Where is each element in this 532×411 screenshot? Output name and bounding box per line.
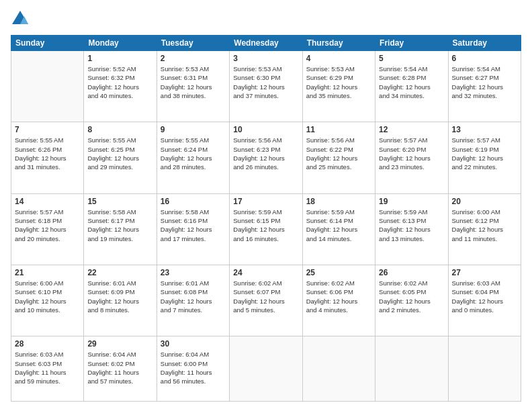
day-info: Sunrise: 5:58 AMSunset: 6:17 PMDaylight:…	[87, 208, 152, 243]
day-number: 7	[15, 125, 80, 134]
calendar-cell: 13Sunrise: 5:57 AMSunset: 6:19 PMDayligh…	[448, 122, 521, 193]
day-number: 18	[306, 197, 371, 206]
day-number: 2	[161, 54, 226, 63]
calendar-cell: 17Sunrise: 5:59 AMSunset: 6:15 PMDayligh…	[230, 193, 302, 265]
calendar-cell: 25Sunrise: 6:02 AMSunset: 6:06 PMDayligh…	[302, 265, 375, 336]
day-info: Sunrise: 5:55 AMSunset: 6:25 PMDaylight:…	[87, 136, 152, 171]
day-number: 28	[15, 339, 80, 349]
calendar-cell: 9Sunrise: 5:55 AMSunset: 6:24 PMDaylight…	[157, 122, 229, 193]
calendar-cell: 11Sunrise: 5:56 AMSunset: 6:22 PMDayligh…	[302, 122, 375, 193]
calendar-cell: 15Sunrise: 5:58 AMSunset: 6:17 PMDayligh…	[84, 193, 157, 265]
day-info: Sunrise: 5:59 AMSunset: 6:13 PMDaylight:…	[379, 208, 444, 243]
calendar-cell	[375, 336, 448, 402]
day-info: Sunrise: 5:56 AMSunset: 6:22 PMDaylight:…	[306, 136, 371, 171]
calendar-cell: 3Sunrise: 5:53 AMSunset: 6:30 PMDaylight…	[230, 51, 302, 122]
calendar-header: SundayMondayTuesdayWednesdayThursdayFrid…	[11, 36, 521, 51]
day-number: 16	[161, 197, 226, 206]
logo-icon	[11, 9, 30, 28]
day-info: Sunrise: 5:58 AMSunset: 6:16 PMDaylight:…	[161, 208, 226, 243]
day-number: 12	[379, 125, 444, 134]
day-info: Sunrise: 6:04 AMSunset: 6:02 PMDaylight:…	[87, 350, 152, 385]
day-number: 20	[452, 197, 517, 206]
day-info: Sunrise: 6:02 AMSunset: 6:05 PMDaylight:…	[379, 279, 444, 314]
calendar-week: 14Sunrise: 5:57 AMSunset: 6:18 PMDayligh…	[11, 193, 521, 265]
day-info: Sunrise: 6:02 AMSunset: 6:06 PMDaylight:…	[306, 279, 371, 314]
day-number: 5	[379, 54, 444, 63]
calendar-cell: 8Sunrise: 5:55 AMSunset: 6:25 PMDaylight…	[84, 122, 157, 193]
calendar-cell	[230, 336, 302, 402]
weekday-header: Saturday	[448, 36, 521, 51]
day-number: 6	[452, 54, 517, 63]
day-info: Sunrise: 5:53 AMSunset: 6:29 PMDaylight:…	[306, 64, 371, 100]
day-info: Sunrise: 5:55 AMSunset: 6:26 PMDaylight:…	[15, 136, 80, 171]
calendar-cell: 22Sunrise: 6:01 AMSunset: 6:09 PMDayligh…	[84, 265, 157, 336]
calendar-cell: 1Sunrise: 5:52 AMSunset: 6:32 PMDaylight…	[84, 51, 157, 122]
calendar-cell: 14Sunrise: 5:57 AMSunset: 6:18 PMDayligh…	[11, 193, 84, 265]
calendar-cell: 27Sunrise: 6:03 AMSunset: 6:04 PMDayligh…	[448, 265, 521, 336]
calendar-cell	[11, 51, 84, 122]
calendar-cell	[448, 336, 521, 402]
day-info: Sunrise: 5:56 AMSunset: 6:23 PMDaylight:…	[233, 136, 298, 171]
day-info: Sunrise: 5:57 AMSunset: 6:20 PMDaylight:…	[379, 136, 444, 171]
calendar-cell: 18Sunrise: 5:59 AMSunset: 6:14 PMDayligh…	[302, 193, 375, 265]
day-number: 25	[306, 268, 371, 277]
header	[11, 9, 521, 28]
day-info: Sunrise: 5:59 AMSunset: 6:15 PMDaylight:…	[233, 208, 298, 243]
day-number: 3	[233, 54, 298, 63]
day-info: Sunrise: 5:53 AMSunset: 6:30 PMDaylight:…	[233, 64, 298, 100]
day-number: 14	[15, 197, 80, 206]
calendar-cell: 29Sunrise: 6:04 AMSunset: 6:02 PMDayligh…	[84, 336, 157, 402]
day-info: Sunrise: 6:01 AMSunset: 6:08 PMDaylight:…	[161, 279, 226, 314]
day-number: 15	[87, 197, 152, 206]
calendar-cell: 23Sunrise: 6:01 AMSunset: 6:08 PMDayligh…	[157, 265, 229, 336]
day-number: 8	[87, 125, 152, 134]
weekday-header: Friday	[375, 36, 448, 51]
calendar-week: 28Sunrise: 6:03 AMSunset: 6:03 PMDayligh…	[11, 336, 521, 402]
calendar-week: 7Sunrise: 5:55 AMSunset: 6:26 PMDaylight…	[11, 122, 521, 193]
day-info: Sunrise: 5:59 AMSunset: 6:14 PMDaylight:…	[306, 208, 371, 243]
calendar-week: 21Sunrise: 6:00 AMSunset: 6:10 PMDayligh…	[11, 265, 521, 336]
calendar-cell: 30Sunrise: 6:04 AMSunset: 6:00 PMDayligh…	[157, 336, 229, 402]
day-number: 30	[161, 339, 226, 349]
day-info: Sunrise: 5:54 AMSunset: 6:28 PMDaylight:…	[379, 64, 444, 100]
weekday-header: Monday	[84, 36, 157, 51]
day-info: Sunrise: 6:03 AMSunset: 6:03 PMDaylight:…	[15, 350, 80, 385]
day-number: 21	[15, 268, 80, 277]
calendar-cell: 10Sunrise: 5:56 AMSunset: 6:23 PMDayligh…	[230, 122, 302, 193]
day-info: Sunrise: 5:55 AMSunset: 6:24 PMDaylight:…	[161, 136, 226, 171]
day-number: 11	[306, 125, 371, 134]
calendar: SundayMondayTuesdayWednesdayThursdayFrid…	[11, 35, 521, 402]
calendar-cell: 6Sunrise: 5:54 AMSunset: 6:27 PMDaylight…	[448, 51, 521, 122]
calendar-cell	[302, 336, 375, 402]
calendar-week: 1Sunrise: 5:52 AMSunset: 6:32 PMDaylight…	[11, 51, 521, 122]
day-info: Sunrise: 6:04 AMSunset: 6:00 PMDaylight:…	[161, 350, 226, 385]
calendar-cell: 26Sunrise: 6:02 AMSunset: 6:05 PMDayligh…	[375, 265, 448, 336]
day-info: Sunrise: 6:00 AMSunset: 6:12 PMDaylight:…	[452, 208, 517, 243]
calendar-cell: 5Sunrise: 5:54 AMSunset: 6:28 PMDaylight…	[375, 51, 448, 122]
calendar-cell: 21Sunrise: 6:00 AMSunset: 6:10 PMDayligh…	[11, 265, 84, 336]
page: SundayMondayTuesdayWednesdayThursdayFrid…	[0, 0, 532, 411]
day-number: 13	[452, 125, 517, 134]
day-number: 19	[379, 197, 444, 206]
day-info: Sunrise: 6:01 AMSunset: 6:09 PMDaylight:…	[87, 279, 152, 314]
day-number: 22	[87, 268, 152, 277]
day-number: 1	[87, 54, 152, 63]
weekday-header: Wednesday	[230, 36, 302, 51]
calendar-cell: 24Sunrise: 6:02 AMSunset: 6:07 PMDayligh…	[230, 265, 302, 336]
day-info: Sunrise: 5:57 AMSunset: 6:19 PMDaylight:…	[452, 136, 517, 171]
logo	[11, 9, 32, 28]
calendar-cell: 19Sunrise: 5:59 AMSunset: 6:13 PMDayligh…	[375, 193, 448, 265]
day-info: Sunrise: 6:00 AMSunset: 6:10 PMDaylight:…	[15, 279, 80, 314]
day-number: 26	[379, 268, 444, 277]
calendar-cell: 28Sunrise: 6:03 AMSunset: 6:03 PMDayligh…	[11, 336, 84, 402]
day-number: 24	[233, 268, 298, 277]
calendar-cell: 16Sunrise: 5:58 AMSunset: 6:16 PMDayligh…	[157, 193, 229, 265]
day-info: Sunrise: 5:54 AMSunset: 6:27 PMDaylight:…	[452, 64, 517, 100]
weekday-header: Sunday	[11, 36, 84, 51]
day-number: 29	[87, 339, 152, 349]
day-info: Sunrise: 6:02 AMSunset: 6:07 PMDaylight:…	[233, 279, 298, 314]
calendar-cell: 2Sunrise: 5:53 AMSunset: 6:31 PMDaylight…	[157, 51, 229, 122]
day-info: Sunrise: 5:52 AMSunset: 6:32 PMDaylight:…	[87, 64, 152, 100]
weekday-header: Tuesday	[157, 36, 229, 51]
day-number: 17	[233, 197, 298, 206]
